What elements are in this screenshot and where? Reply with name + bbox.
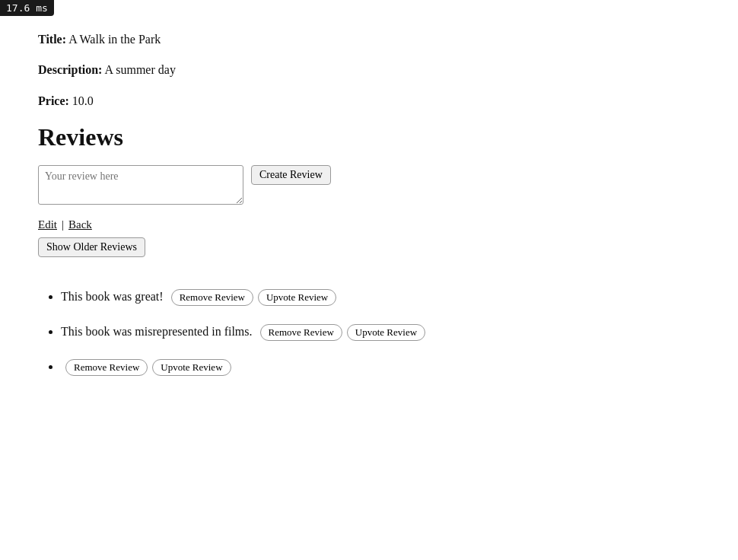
review-actions: Remove ReviewUpvote Review <box>65 359 231 376</box>
create-review-button[interactable]: Create Review <box>251 165 331 185</box>
upvote-review-button[interactable]: Upvote Review <box>152 359 231 376</box>
list-item: This book was misrepresented in films. R… <box>61 323 700 341</box>
upvote-review-button[interactable]: Upvote Review <box>258 289 336 306</box>
review-text: This book was great! <box>61 290 167 303</box>
title-line: Title: A Walk in the Park <box>38 31 700 48</box>
title-label: Title: <box>38 33 66 46</box>
review-textarea[interactable] <box>38 165 243 205</box>
show-older-reviews-button[interactable]: Show Older Reviews <box>38 237 145 257</box>
review-text: This book was misrepresented in films. <box>61 325 256 338</box>
price-line: Price: 10.0 <box>38 93 700 110</box>
remove-review-button[interactable]: Remove Review <box>171 289 253 306</box>
list-item: This book was great! Remove ReviewUpvote… <box>61 288 700 306</box>
description-value: A summer day <box>105 63 176 76</box>
description-label: Description: <box>38 63 102 76</box>
back-link[interactable]: Back <box>68 218 92 231</box>
description-line: Description: A summer day <box>38 62 700 78</box>
price-value: 10.0 <box>72 94 94 107</box>
price-label: Price: <box>38 94 69 107</box>
review-actions: Remove ReviewUpvote Review <box>260 324 426 341</box>
separator: | <box>62 218 64 231</box>
edit-back-row: Edit | Back <box>38 218 700 231</box>
review-form: Create Review <box>38 165 700 205</box>
timing-label: 17.6 ms <box>6 2 48 14</box>
review-actions: Remove ReviewUpvote Review <box>171 289 337 306</box>
edit-link[interactable]: Edit <box>38 218 57 231</box>
list-item: Remove ReviewUpvote Review <box>61 358 700 376</box>
upvote-review-button[interactable]: Upvote Review <box>347 324 425 341</box>
reviews-heading: Reviews <box>38 123 700 151</box>
reviews-list: This book was great! Remove ReviewUpvote… <box>38 288 700 376</box>
timing-bar: 17.6 ms <box>0 0 54 16</box>
title-value: A Walk in the Park <box>68 33 161 46</box>
remove-review-button[interactable]: Remove Review <box>65 359 148 376</box>
remove-review-button[interactable]: Remove Review <box>260 324 342 341</box>
